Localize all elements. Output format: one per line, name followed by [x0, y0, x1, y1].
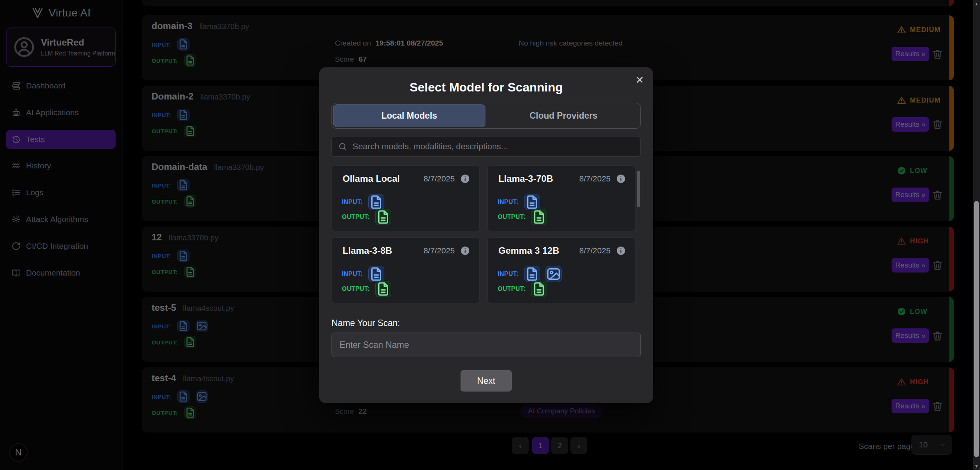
tab-cloud-providers[interactable]: Cloud Providers: [488, 104, 639, 127]
model-search[interactable]: [332, 137, 641, 157]
scroll-down-icon[interactable]: ▼: [973, 464, 980, 468]
document-icon: [531, 281, 547, 297]
model-card-gemma-3-12b[interactable]: Gemma 3 12B 8/7/2025 INPUT: OUTPUT:: [487, 237, 635, 303]
input-modalities: INPUT:: [498, 194, 540, 210]
output-modalities: OUTPUT:: [498, 209, 547, 225]
document-icon: [524, 194, 540, 210]
next-button[interactable]: Next: [461, 370, 512, 392]
modal-tabs: Local ModelsCloud Providers: [332, 103, 641, 129]
scrollbar-thumb[interactable]: [974, 201, 979, 457]
info-icon[interactable]: [460, 246, 470, 256]
document-icon: [368, 194, 384, 210]
model-card-llama-3-70b[interactable]: Llama-3-70B 8/7/2025 INPUT: OUTPUT:: [487, 165, 635, 231]
model-card-llama-3-8b[interactable]: Llama-3-8B 8/7/2025 INPUT: OUTPUT:: [332, 237, 480, 303]
info-icon[interactable]: [616, 246, 626, 256]
input-modalities: INPUT:: [342, 266, 384, 282]
info-icon[interactable]: [460, 174, 470, 184]
output-modalities: OUTPUT:: [342, 281, 391, 297]
output-modalities: OUTPUT:: [498, 281, 547, 297]
modal-title: Select Model for Scanning: [319, 80, 653, 95]
scroll-up-icon[interactable]: ▲: [973, 2, 980, 6]
search-input[interactable]: [352, 141, 634, 152]
model-card-header: Ollama Local 8/7/2025: [343, 173, 470, 184]
model-card-header: Llama-3-70B 8/7/2025: [498, 173, 626, 184]
model-card-ollama-local[interactable]: Ollama Local 8/7/2025 INPUT: OUTPUT:: [332, 165, 480, 231]
model-list-scrollbar[interactable]: [637, 171, 640, 207]
model-card-header: Llama-3-8B 8/7/2025: [343, 245, 470, 256]
document-icon: [368, 266, 384, 282]
info-icon[interactable]: [616, 174, 626, 184]
input-modalities: INPUT:: [342, 194, 384, 210]
document-icon: [524, 266, 540, 282]
search-icon: [338, 142, 347, 151]
document-icon: [375, 209, 391, 225]
scan-name-input[interactable]: [332, 333, 641, 357]
scan-name-label: Name Your Scan:: [332, 318, 400, 328]
image-icon: [546, 266, 562, 282]
document-icon: [375, 281, 391, 297]
input-modalities: INPUT:: [498, 266, 562, 282]
model-card-header: Gemma 3 12B 8/7/2025: [498, 245, 626, 256]
page-scrollbar[interactable]: ▲ ▼: [973, 0, 980, 470]
select-model-modal: ✕ Select Model for Scanning Local Models…: [319, 67, 653, 403]
output-modalities: OUTPUT:: [342, 209, 391, 225]
tab-local-models[interactable]: Local Models: [333, 104, 485, 127]
document-icon: [531, 209, 547, 225]
